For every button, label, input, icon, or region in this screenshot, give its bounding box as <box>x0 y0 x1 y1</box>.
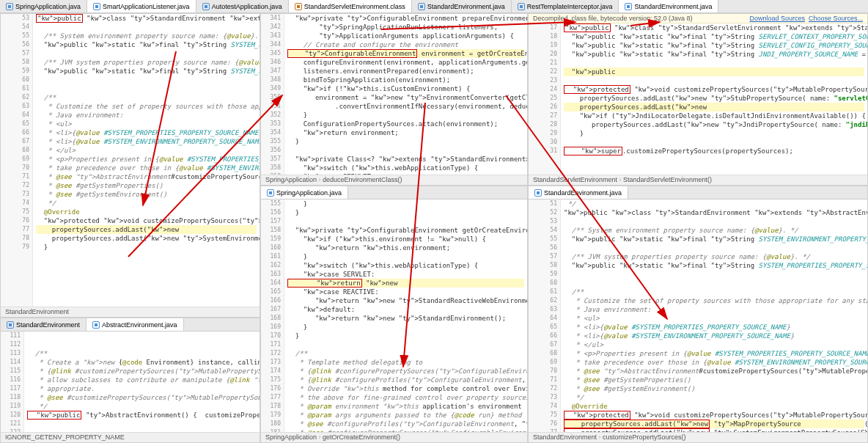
decompile-msg: Decompiled .class file, bytecode version… <box>533 15 693 22</box>
class-icon <box>295 3 302 10</box>
pane-std-env-right: 5354555657585960616263646566676869707172… <box>0 13 260 318</box>
gutter: 1551561571581591601611621631641651661671… <box>261 199 284 432</box>
breadcrumb[interactable]: StandardEnvironmentcustomizePropertySour… <box>529 432 867 442</box>
tab-standardservletenvironment-class[interactable]: StandardServletEnvironment.class <box>289 0 412 12</box>
gutter: 5152535455565758596061626364656667686970… <box>529 199 561 432</box>
tab-smartapplicationlistener-java[interactable]: SmartApplicationListener.java <box>87 0 196 12</box>
java-icon <box>93 3 100 10</box>
pane-spring-app-prepare: 3413423433443453463473483493503513523533… <box>260 13 528 186</box>
gutter: 5354555657585960616263646566676869707172… <box>1 14 33 307</box>
tab-std-env[interactable]: StandardEnvironment.java <box>529 186 628 199</box>
breadcrumb[interactable]: SpringApplicationdeduceEnvironmentClass(… <box>261 175 527 185</box>
code-area[interactable]: "kw">private "ty">ConfigurableEnvironmen… <box>284 14 527 175</box>
tab-autotestapplication-java[interactable]: AutotestApplication.java <box>196 0 289 12</box>
java-icon <box>6 3 13 10</box>
gutter: 171819202122232425262728293031 <box>529 23 561 175</box>
tab-resttemplateinterceptor-java[interactable]: RestTemplateInterceptor.java <box>512 0 619 12</box>
java-icon <box>92 321 100 329</box>
gutter: 1111121131141151161171181191201211221231… <box>1 332 24 432</box>
breadcrumb[interactable]: StandardEnvironment <box>1 307 260 317</box>
breadcrumb[interactable]: IGNORE_GETENV_PROPERTY_NAME <box>1 432 260 442</box>
java-icon <box>418 3 425 10</box>
tab-standardenvironment-java[interactable]: StandardEnvironment.java <box>412 0 512 12</box>
code-area[interactable]: } } "kw">private "ty">ConfigurableEnviro… <box>284 199 527 432</box>
java-icon <box>202 3 210 10</box>
tab-standardenvironment-java[interactable]: StandardEnvironment.java <box>619 0 718 12</box>
java-icon <box>534 189 542 197</box>
pane-spring-app-getorcreate: SpringApplication.java 15515615715815916… <box>260 186 528 443</box>
gutter: 3413423433443453463473483493503513523533… <box>261 14 284 175</box>
tab-std-env-2[interactable]: StandardEnvironment <box>1 318 87 331</box>
code-area[interactable]: */ "kw">public "kw">class "ty">StandardE… <box>561 199 867 432</box>
top-tabs: SpringApplication.javaSmartApplicationLi… <box>0 0 868 13</box>
tab-spring-app[interactable]: SpringApplication.java <box>261 186 348 199</box>
choose-sources-link[interactable]: Choose Sources... <box>809 15 863 22</box>
java-icon <box>625 3 632 10</box>
decompile-banner: Decompiled .class file, bytecode version… <box>529 14 867 23</box>
pane-std-env-mid: StandardEnvironment.java 515253545556575… <box>528 186 868 443</box>
java-icon <box>518 3 525 10</box>
code-area[interactable]: /** * Create a "kw">new {@code Environme… <box>24 332 260 432</box>
breadcrumb[interactable]: StandardServletEnvironmentStandardServle… <box>529 175 867 185</box>
breadcrumb[interactable]: SpringApplicationgetOrCreateEnvironment(… <box>261 432 527 442</box>
tab-springapplication-java[interactable]: SpringApplication.java <box>0 0 87 12</box>
pane-abstract-env: StandardEnvironmentAbstractEnvironment.j… <box>0 318 260 443</box>
tab-abstract-env[interactable]: AbstractEnvironment.java <box>87 318 184 331</box>
code-area[interactable]: "kw">public "kw">class "ty">StandardEnvi… <box>33 14 260 307</box>
download-sources-link[interactable]: Download Sources <box>749 15 805 22</box>
code-area[interactable]: "kw">public "kw">class "ty">StandardServ… <box>561 23 867 175</box>
java-icon <box>267 189 274 197</box>
java-icon <box>7 321 14 329</box>
pane-servlet-env: Decompiled .class file, bytecode version… <box>528 13 868 186</box>
